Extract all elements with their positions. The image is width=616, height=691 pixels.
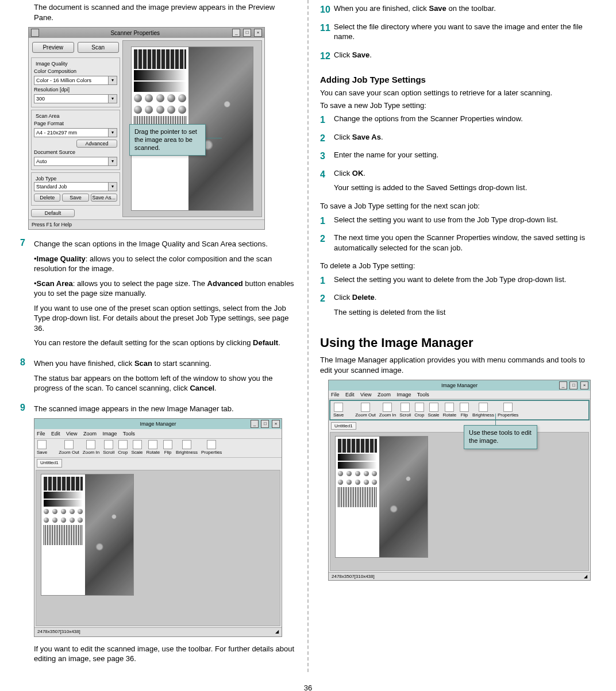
label-page-format: Page Format xyxy=(34,121,117,126)
save-button[interactable]: Save xyxy=(62,194,88,202)
tool-scroll[interactable]: Scroll xyxy=(399,403,411,418)
maximize-icon[interactable]: □ xyxy=(261,420,269,428)
default-button[interactable]: Default xyxy=(31,209,75,217)
close-icon[interactable]: × xyxy=(254,29,262,37)
tool-zoom-in[interactable]: Zoom In xyxy=(379,403,396,418)
save-icon xyxy=(37,440,47,449)
titlebar: Scanner Properties _ □ × xyxy=(29,28,264,38)
color-composition-select[interactable]: Color - 16 Million Colors▾ xyxy=(34,76,117,85)
save-new-step-4: 4Click OK.Your setting is added to the S… xyxy=(320,168,596,198)
resolution-select[interactable]: 300▾ xyxy=(34,94,117,103)
menubar[interactable]: File Edit View Zoom Image Tools xyxy=(34,429,282,439)
tab-untitled[interactable]: Untitled1 xyxy=(331,422,356,430)
chevron-down-icon[interactable]: ▾ xyxy=(109,157,117,166)
menubar[interactable]: File Edit View Zoom Image Tools xyxy=(329,391,590,399)
save-as-button[interactable]: Save As... xyxy=(91,194,117,202)
tool-zoom-out[interactable]: Zoom Out xyxy=(355,403,376,418)
left-column: The document is scanned and the image pr… xyxy=(11,0,305,672)
image-manager-window: Image Manager _ □ × File Edit View Zoom xyxy=(34,418,282,637)
tool-flip[interactable]: Flip xyxy=(460,403,469,418)
step-12: 12 Click Save. xyxy=(320,50,596,65)
resize-grip-icon[interactable]: ◢ xyxy=(275,629,279,635)
tool-crop[interactable]: Crop xyxy=(118,440,128,456)
document-source-select[interactable]: Auto▾ xyxy=(34,157,117,166)
chevron-down-icon[interactable]: ▾ xyxy=(109,94,117,103)
menu-edit[interactable]: Edit xyxy=(51,431,60,437)
scan-button[interactable]: Scan xyxy=(78,42,120,53)
flip-icon xyxy=(460,403,469,412)
tool-save[interactable]: Save xyxy=(37,440,47,456)
step-8: 8 When you have finished, click Scan to … xyxy=(20,356,296,398)
group-job-type: Job Type xyxy=(34,176,58,182)
status-bar: Press F1 for Help xyxy=(29,219,264,229)
maximize-icon[interactable]: □ xyxy=(243,29,251,37)
window-title: Image Manager xyxy=(140,420,176,427)
tool-zoom-in[interactable]: Zoom In xyxy=(83,440,99,456)
crop-icon xyxy=(118,440,128,449)
label-color-composition: Color Composition xyxy=(34,68,117,74)
menu-file[interactable]: File xyxy=(331,392,340,397)
tool-properties[interactable]: Properties xyxy=(201,440,222,456)
step-9: 9 The scanned image appears in the new I… xyxy=(20,402,296,669)
menu-edit[interactable]: Edit xyxy=(345,392,355,397)
tool-scroll[interactable]: Scroll xyxy=(103,440,114,456)
tool-brightness[interactable]: Brightness xyxy=(472,403,494,418)
group-scan-area: Scan Area xyxy=(34,113,61,119)
close-icon[interactable]: × xyxy=(580,381,588,389)
tool-flip[interactable]: Flip xyxy=(163,440,172,456)
job-type-select[interactable]: Standard Job▾ xyxy=(34,182,117,191)
menu-zoom[interactable]: Zoom xyxy=(378,392,391,397)
tool-brightness[interactable]: Brightness xyxy=(176,440,198,456)
flip-icon xyxy=(163,440,172,449)
advanced-button[interactable]: Advanced xyxy=(76,140,117,148)
minimize-icon[interactable]: _ xyxy=(559,381,567,389)
zoom-in-icon xyxy=(86,440,95,449)
status-text: 2478x3507[310x438] xyxy=(332,574,375,579)
tool-crop[interactable]: Crop xyxy=(414,403,424,418)
chevron-down-icon[interactable]: ▾ xyxy=(109,128,117,137)
tab-untitled[interactable]: Untitled1 xyxy=(37,459,62,468)
page-number: 36 xyxy=(0,684,616,691)
tool-rotate[interactable]: Rotate xyxy=(147,440,160,456)
brightness-icon xyxy=(479,403,488,412)
menu-file[interactable]: File xyxy=(37,431,45,437)
resize-grip-icon[interactable]: ◢ xyxy=(584,574,587,579)
tool-save[interactable]: Save xyxy=(333,403,344,418)
page-format-select[interactable]: A4 - 210x297 mm▾ xyxy=(34,128,117,137)
menu-tools[interactable]: Tools xyxy=(123,431,135,437)
menu-image[interactable]: Image xyxy=(396,392,411,397)
chevron-down-icon[interactable]: ▾ xyxy=(109,182,117,191)
menu-view[interactable]: View xyxy=(360,392,371,397)
canvas[interactable] xyxy=(330,432,589,571)
menu-image[interactable]: Image xyxy=(102,431,117,437)
minimize-icon[interactable]: _ xyxy=(232,29,240,37)
brightness-icon xyxy=(182,440,191,449)
menu-tools[interactable]: Tools xyxy=(417,392,429,397)
step-10: 10 When you are finished, click Save on … xyxy=(320,3,596,18)
menu-zoom[interactable]: Zoom xyxy=(83,431,97,437)
minimize-icon[interactable]: _ xyxy=(251,420,259,428)
tool-scale[interactable]: Scale xyxy=(132,440,143,456)
rotate-icon xyxy=(445,403,454,412)
delete-button[interactable]: Delete xyxy=(34,194,60,202)
canvas[interactable] xyxy=(36,470,280,626)
delete-step-2: 2Click Delete.The setting is deleted fro… xyxy=(320,292,596,322)
properties-icon xyxy=(207,440,216,449)
status-text: 2478x3507[310x438] xyxy=(37,629,80,635)
page-footer: 36 Using Your Printer in Linux xyxy=(0,684,616,691)
tool-rotate[interactable]: Rotate xyxy=(443,403,457,418)
tool-zoom-out[interactable]: Zoom Out xyxy=(59,440,79,456)
zoom-in-icon xyxy=(383,403,392,412)
callout-use-tools: Use these tools to edit the image. xyxy=(464,425,537,449)
preview-button[interactable]: Preview xyxy=(32,42,74,53)
maximize-icon[interactable]: □ xyxy=(569,381,578,389)
tool-properties[interactable]: Properties xyxy=(498,403,518,418)
zoom-out-icon xyxy=(361,403,370,412)
tool-scale[interactable]: Scale xyxy=(428,403,440,418)
close-icon[interactable]: × xyxy=(272,420,280,428)
image-manager-window-right: Image Manager _ □ × File Edit View Zoom … xyxy=(328,380,591,581)
chevron-down-icon[interactable]: ▾ xyxy=(109,76,117,85)
column-divider xyxy=(307,0,309,672)
next-scan-step-1: 1Select the setting you want to use from… xyxy=(320,215,596,230)
menu-view[interactable]: View xyxy=(66,431,77,437)
